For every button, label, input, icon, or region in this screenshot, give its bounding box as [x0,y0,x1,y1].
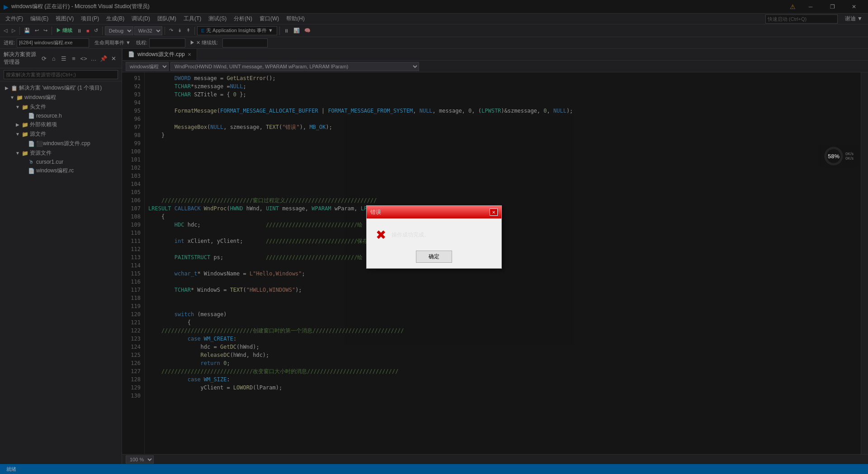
modal-message: 操作成功完成。 [392,231,429,239]
modal-ok-button[interactable]: 确定 [416,251,452,263]
modal-body: ✖ 操作成功完成。 [367,218,501,247]
modal-title: 错误 [370,209,381,216]
modal-error-icon: ✖ [376,228,386,242]
modal-dialog: 错误 ✕ ✖ 操作成功完成。 确定 [366,205,502,269]
modal-footer: 确定 [367,247,501,268]
modal-title-bar: 错误 ✕ [367,206,501,218]
modal-close-btn[interactable]: ✕ [490,209,498,216]
modal-overlay: 错误 ✕ ✖ 操作成功完成。 确定 [0,0,868,474]
